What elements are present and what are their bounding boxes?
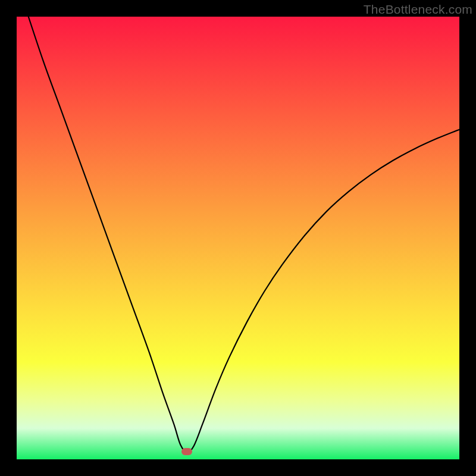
chart-background-gradient bbox=[17, 17, 459, 459]
watermark-text: TheBottleneck.com bbox=[364, 2, 472, 17]
chart-frame: TheBottleneck.com bbox=[0, 0, 476, 476]
optimal-point-marker bbox=[181, 448, 192, 455]
